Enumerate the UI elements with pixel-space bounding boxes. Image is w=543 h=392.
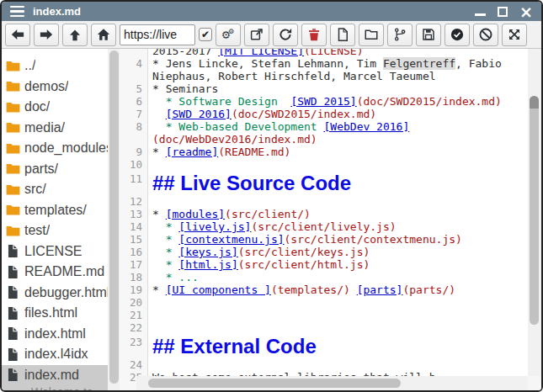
editor-line[interactable]: 15 * [contextmenu.js](src/client/context…	[120, 233, 528, 246]
editor-line[interactable]: 12	[120, 195, 528, 208]
url-input[interactable]	[120, 24, 195, 45]
editor-line[interactable]: 19* [UI components ](templates/) [parts]…	[120, 283, 528, 296]
line-number: 23	[120, 334, 148, 358]
editor-line[interactable]: 20	[120, 296, 528, 309]
editor-horizontal-scrollbar[interactable]	[136, 376, 528, 390]
folder-icon	[5, 99, 21, 115]
sidebar-item-files.html[interactable]: files.html	[2, 303, 108, 324]
md-link: [contextmenu.js]	[178, 233, 284, 246]
sidebar-item-doc[interactable]: doc/	[2, 97, 108, 118]
editor-line[interactable]: 18 * ...	[120, 271, 528, 283]
sidebar-item-media[interactable]: media/	[2, 118, 108, 139]
editor-line[interactable]: 5* Seminars	[120, 82, 528, 95]
editor-line[interactable]: 6 * Software Design [SWD 2015](doc/SWD20…	[120, 95, 528, 108]
markdown-editor[interactable]: 2015-2017 [MIT LICENSE](LICENSE)4* Jens …	[120, 49, 541, 390]
md-link: [WebDev 2016]	[324, 120, 410, 133]
cancel-button[interactable]	[473, 24, 498, 46]
up-button[interactable]	[62, 24, 88, 46]
editor-line[interactable]: 10	[120, 158, 528, 171]
file-sidebar: ../demos/doc/media/node_modules/parts/sr…	[2, 49, 120, 390]
md-url: (src/client/)	[225, 208, 311, 220]
file-label: README.md	[24, 264, 104, 279]
settings-button[interactable]: ⚙⚙	[216, 24, 241, 46]
git-branch-button[interactable]	[387, 24, 413, 46]
home-button[interactable]	[91, 24, 116, 46]
editor-vscroll-thumb[interactable]	[530, 96, 539, 325]
new-file-button[interactable]	[330, 24, 355, 46]
sidebar-item-..[interactable]: ../	[2, 56, 108, 77]
file-label: templates/	[24, 203, 87, 218]
line-content	[148, 358, 152, 371]
line-content: * [lively.js](src/client/lively.js)	[148, 220, 397, 233]
accept-button[interactable]	[445, 24, 470, 46]
editor-line[interactable]: 9* [readme](README.md)	[120, 146, 528, 158]
forward-button[interactable]	[34, 24, 59, 46]
editor-line[interactable]: Niephaus, Robert Hirschfeld, Marcel Taeu…	[120, 70, 528, 82]
editor-heading-line[interactable]: 11## Live Source Code	[120, 171, 528, 195]
file-label: LICENSE	[24, 244, 82, 259]
line-number: 12	[120, 195, 148, 208]
sidebar-item-license[interactable]: LICENSE	[2, 241, 108, 262]
md-text: 2015-2017	[152, 49, 218, 57]
close-icon[interactable]: ×	[519, 6, 533, 18]
sidebar-item-readme.md[interactable]: README.md	[2, 262, 108, 283]
folder-icon	[5, 223, 21, 239]
fullscreen-button[interactable]	[502, 24, 527, 46]
sidebar-scrollbar-thumb[interactable]	[109, 50, 119, 384]
line-content	[148, 309, 152, 321]
folder-icon	[5, 161, 21, 177]
open-external-button[interactable]	[244, 24, 269, 46]
sidebar-item-debugger.html[interactable]: debugger.html	[2, 283, 108, 304]
editor-vertical-scrollbar[interactable]	[528, 49, 541, 376]
line-content: * [readme](README.md)	[148, 146, 290, 158]
editor-line[interactable]: 22	[120, 321, 528, 334]
line-content: 2015-2017 [MIT LICENSE](LICENSE)	[148, 49, 363, 57]
nav-button-group	[5, 24, 116, 46]
editor-line[interactable]: 21	[120, 309, 528, 321]
md-text	[152, 108, 166, 120]
file-label: test/	[24, 223, 50, 238]
editor-line[interactable]: 16 * [keys.js](src/client/keys.js)	[120, 246, 528, 258]
maximize-icon[interactable]	[498, 7, 508, 17]
editor-line[interactable]: 17 * [html.js](src/client/html.js)	[120, 258, 528, 271]
delete-button[interactable]	[301, 24, 327, 46]
md-link: [MIT LICENSE]	[218, 49, 304, 57]
save-button[interactable]	[416, 24, 441, 46]
editor-line[interactable]: 13* [modules](src/client/)	[120, 208, 528, 220]
sidebar-item-src[interactable]: src/	[2, 179, 108, 200]
sidebar-item-test[interactable]: test/	[2, 220, 108, 241]
sidebar-item-templates[interactable]: templates/	[2, 200, 108, 221]
sidebar-item-index.l4idx[interactable]: index.l4idx	[2, 344, 108, 365]
sidebar-item-index.md[interactable]: index.md	[2, 365, 108, 386]
sidebar-item-parts[interactable]: parts/	[2, 159, 108, 180]
editor-line[interactable]: 7 [SWD 2016](doc/SWD2015/index.md)	[120, 108, 528, 120]
editor-hscroll-thumb[interactable]	[148, 379, 401, 388]
auto-load-checkbox[interactable]: ✔	[199, 28, 212, 41]
editor-line[interactable]: 8 * Web-based Development [WebDev 2016]	[120, 120, 528, 133]
sidebar-item-index.html[interactable]: index.html	[2, 324, 108, 345]
minimize-icon[interactable]	[475, 13, 486, 16]
menu-icon[interactable]	[10, 6, 24, 18]
editor-line[interactable]: 24	[120, 358, 528, 371]
code-area[interactable]: 2015-2017 [MIT LICENSE](LICENSE)4* Jens …	[120, 49, 528, 390]
back-button[interactable]	[5, 24, 30, 46]
line-number: 7	[120, 108, 148, 120]
editor-line[interactable]: 4* Jens Lincke, Stefan Lehmann, Tim Felg…	[120, 57, 528, 70]
line-number: 8	[120, 120, 148, 133]
block-icon	[478, 27, 493, 42]
new-folder-button[interactable]	[359, 24, 384, 46]
sidebar-item-demos[interactable]: demos/	[2, 77, 108, 98]
line-content: [SWD 2016](doc/SWD2015/index.md)	[148, 108, 376, 120]
md-url: (README.md)	[218, 146, 290, 158]
arrow-left-icon	[10, 27, 25, 42]
sidebar-item-node-modules[interactable]: node_modules/	[2, 138, 108, 159]
file-icon	[5, 284, 21, 300]
md-link: [SWD 2016]	[166, 108, 232, 120]
refresh-button[interactable]	[273, 24, 298, 46]
editor-heading-line[interactable]: 23## External Code	[120, 334, 528, 358]
line-number	[120, 133, 148, 146]
editor-line[interactable]: 14 * [lively.js](src/client/lively.js)	[120, 220, 528, 233]
editor-line[interactable]: (doc/WebDev2016/index.md)	[120, 133, 528, 146]
editor-line[interactable]: 2015-2017 [MIT LICENSE](LICENSE)	[120, 49, 528, 57]
sidebar-scrollbar[interactable]	[108, 49, 120, 390]
